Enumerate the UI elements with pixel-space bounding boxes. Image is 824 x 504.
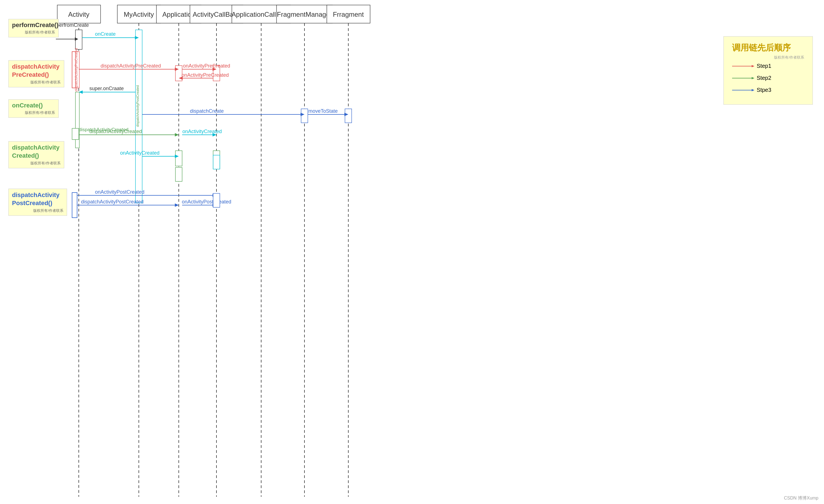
note-dispatchActivityCreated: dispatchActivityCreated() 版权所有/作者联系 xyxy=(8,141,64,168)
svg-rect-0 xyxy=(57,5,101,23)
svg-text:ActivityCallBack: ActivityCallBack xyxy=(193,11,241,18)
svg-rect-6 xyxy=(190,5,243,23)
svg-marker-76 xyxy=(175,204,179,207)
note-dispatchActivityPreCreated: dispatchActivityPreCreated() 版权所有/作者联系 xyxy=(8,60,64,87)
watermark: CSDN 博博Xump xyxy=(784,495,818,501)
legend-box: 调用链先后顺序 版权所有/作者联系 Step1 Step2 Stpe3 xyxy=(723,36,813,105)
svg-rect-26 xyxy=(176,66,182,81)
svg-text:dispatchActivityPreCreated: dispatchActivityPreCreated xyxy=(101,63,161,69)
svg-rect-28 xyxy=(135,30,142,203)
svg-text:onActivityCreated: onActivityCreated xyxy=(182,129,222,134)
svg-text:FragmentManager: FragmentManager xyxy=(277,11,332,18)
svg-marker-73 xyxy=(213,194,216,197)
svg-rect-2 xyxy=(117,5,161,23)
svg-text:onCreate: onCreate xyxy=(95,31,116,37)
svg-rect-31 xyxy=(72,128,79,139)
svg-rect-30 xyxy=(76,92,79,148)
svg-marker-53 xyxy=(79,91,83,94)
svg-marker-66 xyxy=(213,133,216,136)
svg-rect-12 xyxy=(327,5,370,23)
svg-text:dispatchCreate: dispatchCreate xyxy=(190,108,224,114)
svg-rect-71 xyxy=(213,155,220,169)
svg-text:dispatchActivityCreated: dispatchActivityCreated xyxy=(79,127,128,132)
svg-rect-37 xyxy=(72,193,77,218)
svg-text:onActivityCreated: onActivityCreated xyxy=(120,150,160,156)
svg-text:ApplicationCallBack: ApplicationCallBack xyxy=(231,11,291,18)
sequence-diagram-svg: Activity MyActivity Application Activity… xyxy=(0,0,824,504)
svg-marker-83 xyxy=(752,65,754,67)
svg-rect-23 xyxy=(72,51,79,88)
svg-text:moveToState: moveToState xyxy=(308,108,338,114)
svg-marker-56 xyxy=(301,113,304,116)
svg-text:super.onCraate: super.onCraate xyxy=(89,86,124,91)
svg-text:perfromCreate: perfromCreate xyxy=(57,22,89,28)
svg-text:MyActivity: MyActivity xyxy=(124,11,154,18)
svg-marker-63 xyxy=(175,133,179,136)
svg-text:Activity: Activity xyxy=(68,11,89,18)
svg-rect-8 xyxy=(232,5,291,23)
svg-marker-69 xyxy=(175,155,179,158)
svg-marker-85 xyxy=(752,77,754,79)
svg-rect-10 xyxy=(277,5,332,23)
svg-rect-34 xyxy=(176,151,182,166)
note-dispatchActivityPostCreated: dispatchActivityPostCreated() 版权所有/作者联系 xyxy=(8,188,67,216)
svg-marker-79 xyxy=(213,204,216,207)
legend-step1: Step1 xyxy=(732,63,804,69)
svg-rect-22 xyxy=(76,30,82,49)
note-onCreate: onCreate() 版权所有/作者联系 xyxy=(8,99,59,118)
legend-title: 调用链先后顺序 xyxy=(732,42,804,53)
svg-marker-59 xyxy=(344,113,348,116)
svg-rect-36 xyxy=(176,167,182,181)
svg-text:dispatchActivityPostCreated: dispatchActivityPostCreated xyxy=(136,85,140,127)
svg-text:dispatchActivityCreated: dispatchActivityCreated xyxy=(89,129,142,134)
legend-step3: Stpe3 xyxy=(732,87,804,93)
svg-text:onActivityPostCreated: onActivityPostCreated xyxy=(182,199,231,205)
svg-marker-50 xyxy=(179,77,183,80)
svg-rect-27 xyxy=(213,66,220,81)
svg-text:dispatchActivityPreCreated: dispatchActivityPreCreated xyxy=(74,48,78,92)
svg-rect-4 xyxy=(157,5,201,23)
svg-marker-87 xyxy=(752,89,754,91)
svg-rect-24 xyxy=(76,51,79,88)
svg-text:onActivityPostCreated: onActivityPostCreated xyxy=(95,189,144,195)
svg-marker-39 xyxy=(75,37,78,41)
svg-text:dispatchActivityPostCreated: dispatchActivityPostCreated xyxy=(81,199,143,205)
svg-marker-47 xyxy=(213,68,216,71)
svg-marker-41 xyxy=(135,36,139,39)
svg-rect-32 xyxy=(301,109,308,123)
svg-text:Frragment: Frragment xyxy=(333,11,364,18)
legend-step2: Step2 xyxy=(732,75,804,81)
svg-rect-81 xyxy=(213,194,220,207)
svg-rect-35 xyxy=(213,151,220,169)
diagram-container: Activity MyActivity Application Activity… xyxy=(0,0,824,504)
svg-marker-44 xyxy=(175,68,179,71)
svg-text:Application: Application xyxy=(162,11,195,18)
note-performCreate: performCreate() 版权所有/作者联系 xyxy=(8,19,59,37)
svg-text:onActivityPreCreated: onActivityPreCreated xyxy=(182,72,229,78)
svg-text:onActivityPreCreated: onActivityPreCreated xyxy=(183,63,230,69)
svg-rect-33 xyxy=(345,109,352,123)
